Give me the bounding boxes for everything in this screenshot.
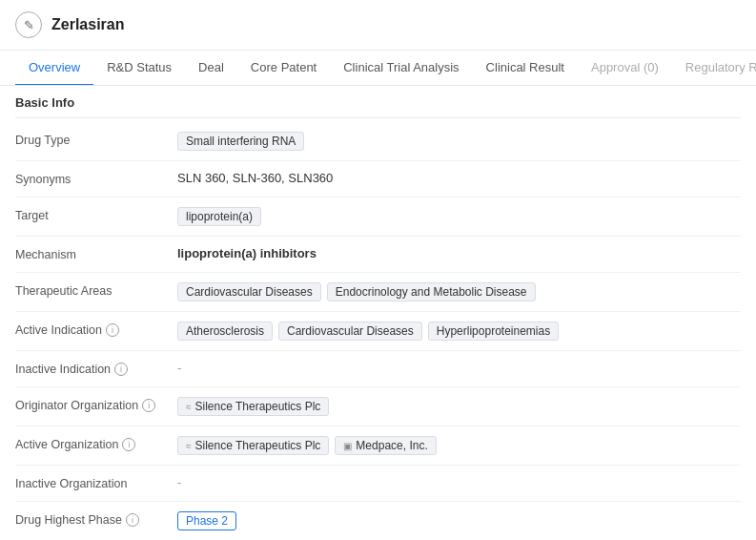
tag-target: lipoprotein(a) <box>177 207 261 226</box>
app-header: ✎ Zerlasiran <box>0 0 756 51</box>
org-icon-1: ▣ <box>343 441 352 451</box>
row-originator-org: Originator Organizationi≈Silence Therape… <box>15 387 741 426</box>
org-icon-0: ≈ <box>186 441 192 451</box>
label-originator-org: Originator Organizationi <box>15 397 177 412</box>
label-synonyms: Synonyms <box>15 171 177 186</box>
value-active-indication: AtherosclerosisCardiovascular DiseasesHy… <box>177 322 741 341</box>
tab-clinical-trial-analysis[interactable]: Clinical Trial Analysis <box>330 51 472 86</box>
row-inactive-org: Inactive Organization- <box>15 466 741 502</box>
label-target: Target <box>15 207 177 222</box>
org-name-1: Medpace, Inc. <box>356 439 427 452</box>
drug-title: Zerlasiran <box>51 16 124 33</box>
info-rows: Drug TypeSmall interfering RNASynonymsSL… <box>15 122 741 540</box>
label-active-indication: Active Indicationi <box>15 322 177 337</box>
info-icon-active-org[interactable]: i <box>122 438 135 451</box>
row-drug-highest-phase: Drug Highest PhaseiPhase 2 <box>15 502 741 540</box>
edit-icon: ✎ <box>24 18 34 32</box>
mechanism-text: lipoprotein(a) inhibitors <box>177 246 317 260</box>
tag-active-indication: Cardiovascular Diseases <box>278 322 422 341</box>
label-drug-type: Drug Type <box>15 132 177 147</box>
tab-core-patent[interactable]: Core Patent <box>237 51 330 86</box>
tab-overview[interactable]: Overview <box>15 51 93 86</box>
row-inactive-indication: Inactive Indicationi- <box>15 351 741 387</box>
value-inactive-org: - <box>177 475 741 489</box>
org-name: Silence Therapeutics Plc <box>195 400 321 413</box>
tab-regulatory-review: Regulatory Review (0) <box>672 51 756 86</box>
value-active-org: ≈Silence Therapeutics Plc▣Medpace, Inc. <box>177 436 741 455</box>
org-tag-0: ≈Silence Therapeutics Plc <box>177 436 329 455</box>
tab-clinical-result[interactable]: Clinical Result <box>473 51 578 86</box>
value-therapeutic-areas: Cardiovascular DiseasesEndocrinology and… <box>177 282 741 301</box>
tag-drug-type: Small interfering RNA <box>177 132 304 151</box>
label-active-org: Active Organizationi <box>15 436 177 451</box>
dash-inactive-org: - <box>177 475 181 489</box>
main-content: Basic Info Drug TypeSmall interfering RN… <box>0 86 756 540</box>
tag-therapeutic-areas: Cardiovascular Diseases <box>177 282 321 301</box>
dash-inactive-indication: - <box>177 361 181 375</box>
tab-approval: Approval (0) <box>578 51 672 86</box>
info-icon-active-indication[interactable]: i <box>106 323 119 337</box>
label-inactive-org: Inactive Organization <box>15 475 177 490</box>
row-active-org: Active Organizationi≈Silence Therapeutic… <box>15 426 741 466</box>
label-therapeutic-areas: Therapeutic Areas <box>15 282 177 298</box>
value-mechanism: lipoprotein(a) inhibitors <box>177 246 741 260</box>
value-synonyms: SLN 360, SLN-360, SLN360 <box>177 171 741 185</box>
value-originator-org: ≈Silence Therapeutics Plc <box>177 397 741 416</box>
section-title: Basic Info <box>15 86 741 118</box>
org-icon: ≈ <box>186 402 192 412</box>
info-icon-inactive-indication[interactable]: i <box>114 363 128 376</box>
label-mechanism: Mechanism <box>15 246 177 261</box>
row-active-indication: Active IndicationiAtherosclerosisCardiov… <box>15 312 741 351</box>
phase-tag: Phase 2 <box>177 511 236 530</box>
value-inactive-indication: - <box>177 361 741 375</box>
label-drug-highest-phase: Drug Highest Phasei <box>15 511 177 527</box>
tag-therapeutic-areas: Endocrinology and Metabolic Disease <box>327 282 536 301</box>
tag-active-indication: Atherosclerosis <box>177 322 273 341</box>
label-inactive-indication: Inactive Indicationi <box>15 361 177 376</box>
org-tag-originator-org: ≈Silence Therapeutics Plc <box>177 397 329 416</box>
navigation-tabs: OverviewR&D StatusDealCore PatentClinica… <box>0 51 756 86</box>
info-icon-drug-highest-phase[interactable]: i <box>126 513 139 527</box>
row-drug-type: Drug TypeSmall interfering RNA <box>15 122 741 161</box>
row-mechanism: Mechanismlipoprotein(a) inhibitors <box>15 237 741 273</box>
drug-icon: ✎ <box>15 11 42 38</box>
text-synonyms: SLN 360, SLN-360, SLN360 <box>177 171 333 185</box>
org-tag-1: ▣Medpace, Inc. <box>335 436 436 455</box>
tab-rd-status[interactable]: R&D Status <box>93 51 185 86</box>
value-drug-highest-phase: Phase 2 <box>177 511 741 530</box>
value-target: lipoprotein(a) <box>177 207 741 226</box>
info-icon-originator-org[interactable]: i <box>142 399 155 412</box>
row-target: Targetlipoprotein(a) <box>15 197 741 237</box>
org-name-0: Silence Therapeutics Plc <box>195 439 321 452</box>
value-drug-type: Small interfering RNA <box>177 132 741 151</box>
row-therapeutic-areas: Therapeutic AreasCardiovascular Diseases… <box>15 273 741 312</box>
tab-deal[interactable]: Deal <box>185 51 237 86</box>
row-synonyms: SynonymsSLN 360, SLN-360, SLN360 <box>15 161 741 197</box>
tag-active-indication: Hyperlipoproteinemias <box>428 322 559 341</box>
